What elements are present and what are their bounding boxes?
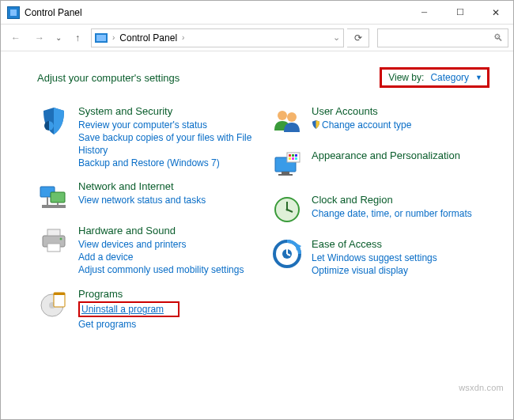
svg-point-14 [278, 111, 287, 120]
link-view-devices[interactable]: View devices and printers [78, 238, 256, 251]
svg-rect-18 [278, 174, 293, 176]
category-appearance: Appearance and Personalization [270, 149, 489, 183]
link-mobility-settings[interactable]: Adjust commonly used mobility settings [78, 263, 256, 276]
shield-icon [37, 105, 70, 138]
page-heading: Adjust your computer's settings [37, 72, 370, 84]
svg-rect-7 [47, 229, 60, 236]
category-title[interactable]: System and Security [78, 105, 256, 118]
chevron-right-icon: › [182, 33, 184, 42]
highlight-uninstall-program: Uninstall a program [78, 301, 180, 317]
control-panel-icon [95, 33, 108, 43]
category-title[interactable]: Hardware and Sound [78, 225, 256, 237]
svg-rect-8 [47, 244, 60, 252]
close-button[interactable] [478, 2, 513, 24]
category-title[interactable]: Ease of Access [312, 238, 489, 251]
link-optimize-display[interactable]: Optimize visual display [312, 264, 489, 277]
category-programs: Programs Uninstall a program Get program… [37, 288, 256, 331]
search-input[interactable]: 🔍︎ [377, 28, 508, 47]
right-column: User Accounts Change account type Appear… [270, 105, 489, 342]
svg-rect-20 [289, 154, 291, 157]
svg-point-15 [287, 112, 297, 122]
category-ease-of-access: Ease of Access Let Windows suggest setti… [270, 238, 489, 277]
category-hardware-sound: Hardware and Sound View devices and prin… [37, 225, 256, 276]
view-by-label: View by: [388, 72, 424, 83]
content-area: Adjust your computer's settings View by:… [1, 51, 513, 350]
window-title: Control Panel [25, 7, 82, 18]
link-backup-restore[interactable]: Backup and Restore (Windows 7) [78, 157, 256, 169]
up-button[interactable]: ↑ [67, 28, 88, 47]
programs-icon [37, 288, 70, 321]
category-title[interactable]: User Accounts [312, 105, 489, 118]
category-title[interactable]: Appearance and Personalization [312, 149, 489, 162]
svg-rect-24 [292, 157, 294, 160]
address-dropdown-icon[interactable]: ⌄ [333, 32, 340, 43]
left-column: System and Security Review your computer… [37, 105, 256, 342]
link-file-history[interactable]: Save backup copies of your files with Fi… [78, 131, 256, 157]
network-icon [37, 180, 70, 214]
user-accounts-icon [270, 105, 304, 138]
svg-rect-2 [51, 192, 65, 202]
svg-point-29 [286, 209, 289, 211]
category-title[interactable]: Network and Internet [78, 180, 256, 193]
category-user-accounts: User Accounts Change account type [270, 105, 489, 138]
appearance-icon [270, 149, 304, 183]
link-get-programs[interactable]: Get programs [78, 318, 256, 331]
back-button[interactable]: ← [6, 28, 26, 47]
breadcrumb-root[interactable]: Control Panel [119, 32, 177, 44]
ease-of-access-icon [270, 238, 304, 271]
titlebar: Control Panel [1, 1, 513, 25]
search-icon: 🔍︎ [493, 32, 503, 44]
watermark: wsxdn.com [459, 383, 504, 392]
chevron-right-icon: › [112, 33, 115, 42]
svg-rect-17 [282, 172, 289, 174]
clock-icon [270, 194, 304, 227]
view-by-selector[interactable]: View by: Category ▼ [380, 67, 489, 88]
category-title[interactable]: Programs [78, 288, 256, 301]
link-uninstall-program[interactable]: Uninstall a program [81, 303, 176, 316]
link-change-account-type[interactable]: Change account type [312, 119, 489, 131]
refresh-button[interactable]: ⟳ [347, 28, 369, 47]
svg-rect-3 [42, 205, 66, 208]
link-change-date-time[interactable]: Change date, time, or number formats [312, 207, 489, 220]
minimize-button[interactable] [406, 2, 442, 24]
view-by-value: Category [430, 72, 469, 83]
category-title[interactable]: Clock and Region [312, 194, 489, 206]
maximize-button[interactable] [442, 2, 478, 24]
uac-shield-icon [312, 119, 320, 128]
app-icon [7, 6, 20, 19]
link-network-status[interactable]: View network status and tasks [78, 194, 256, 206]
svg-rect-22 [295, 154, 297, 157]
printer-icon [37, 225, 70, 258]
forward-button[interactable]: → [29, 28, 50, 47]
category-system-security: System and Security Review your computer… [37, 105, 256, 169]
link-suggest-settings[interactable]: Let Windows suggest settings [312, 252, 489, 264]
address-bar[interactable]: › Control Panel › ⌄ [91, 28, 344, 47]
history-dropdown-button[interactable]: ⌄ [53, 28, 64, 47]
svg-rect-25 [295, 157, 297, 160]
category-network-internet: Network and Internet View network status… [37, 180, 256, 214]
svg-rect-21 [292, 154, 294, 157]
category-clock-region: Clock and Region Change date, time, or n… [270, 194, 489, 227]
navbar: ← → ⌄ ↑ › Control Panel › ⌄ ⟳ 🔍︎ [1, 25, 513, 51]
link-add-device[interactable]: Add a device [78, 251, 256, 263]
svg-point-9 [60, 238, 62, 240]
link-review-status[interactable]: Review your computer's status [78, 119, 256, 131]
chevron-down-icon: ▼ [475, 74, 482, 81]
svg-rect-13 [54, 293, 65, 295]
svg-rect-23 [289, 157, 291, 160]
